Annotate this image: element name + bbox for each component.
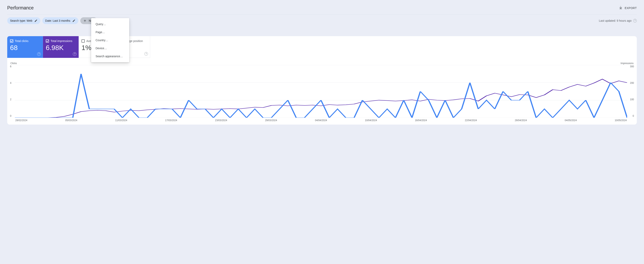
help-icon[interactable]: ? <box>37 52 41 56</box>
y-left-ticks: 6 4 2 0 <box>10 65 15 118</box>
last-updated: Last updated: 9 hours ago ? <box>599 19 637 23</box>
x-tick: 17/03/2024 <box>165 119 177 122</box>
metric-impressions-value: 6.98K <box>46 44 76 52</box>
plus-icon <box>83 19 87 23</box>
y-left-axis-label: Clicks <box>10 62 17 65</box>
checkbox-checked-icon <box>46 39 49 43</box>
dropdown-item-query[interactable]: Query… <box>91 20 129 28</box>
filters-row: Search type: Web Date: Last 3 months New… <box>7 17 637 24</box>
chip-date-label: Date: Last 3 months <box>45 19 70 22</box>
x-tick: 28/02/2024 <box>15 119 27 122</box>
divider <box>7 14 637 15</box>
metric-impressions-label: Total impressions <box>50 39 72 43</box>
chart-plot[interactable] <box>15 65 627 118</box>
x-tick: 22/04/2024 <box>465 119 477 122</box>
x-tick: 23/03/2024 <box>215 119 227 122</box>
y-right-axis-label: Impressions <box>620 62 634 65</box>
chip-date[interactable]: Date: Last 3 months <box>42 17 78 24</box>
x-tick: 10/05/2024 <box>615 119 627 122</box>
last-updated-text: Last updated: 9 hours ago <box>599 19 632 22</box>
new-filter-dropdown: Query… Page… Country… Device… Search app… <box>91 18 129 62</box>
x-tick: 04/04/2024 <box>315 119 327 122</box>
x-tick: 29/03/2024 <box>265 119 277 122</box>
metric-clicks-value: 68 <box>10 44 40 52</box>
checkbox-icon <box>82 39 85 43</box>
x-tick: 05/03/2024 <box>65 119 77 122</box>
dropdown-item-device[interactable]: Device… <box>91 44 129 52</box>
x-tick: 10/04/2024 <box>365 119 377 122</box>
help-icon[interactable]: ? <box>73 52 76 56</box>
dropdown-item-search-appearance[interactable]: Search appearance… <box>91 52 129 60</box>
help-icon[interactable]: ? <box>633 19 637 23</box>
download-icon <box>619 6 623 10</box>
metric-clicks-label: Total clicks <box>15 39 28 43</box>
page-title: Performance <box>7 5 34 11</box>
chip-search-type[interactable]: Search type: Web <box>7 17 40 24</box>
x-tick: 11/03/2024 <box>115 119 127 122</box>
metric-tab-impressions[interactable]: Total impressions 6.98K ? <box>43 36 79 58</box>
export-button[interactable]: EXPORT <box>619 6 637 10</box>
x-tick: 04/05/2024 <box>565 119 577 122</box>
pencil-icon <box>34 19 38 22</box>
dropdown-item-page[interactable]: Page… <box>91 28 129 36</box>
y-right-ticks: 300 200 100 0 <box>627 65 634 118</box>
export-label: EXPORT <box>625 7 637 10</box>
x-tick: 28/04/2024 <box>515 119 527 122</box>
dropdown-item-country[interactable]: Country… <box>91 36 129 44</box>
x-ticks: 28/02/202405/03/202411/03/202417/03/2024… <box>10 118 634 122</box>
chip-search-type-label: Search type: Web <box>10 19 32 22</box>
checkbox-checked-icon <box>10 39 13 43</box>
help-icon[interactable]: ? <box>144 52 148 56</box>
x-tick: 16/04/2024 <box>415 119 427 122</box>
metric-tab-clicks[interactable]: Total clicks 68 ? <box>7 36 43 58</box>
chart: Clicks Impressions 6 4 2 0 300 200 100 0 <box>7 58 637 122</box>
pencil-icon <box>72 19 76 22</box>
